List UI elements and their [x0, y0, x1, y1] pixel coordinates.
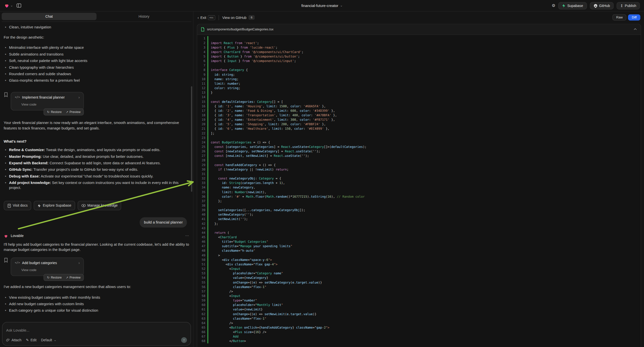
manage-knowledge-button[interactable]: Manage knowledge — [78, 201, 121, 210]
line-number: 29 — [197, 162, 207, 167]
diff-toggle-button[interactable]: Diff — [628, 15, 640, 21]
bookmark-icon[interactable] — [4, 258, 8, 263]
file-path-bar[interactable]: src/components/budget/BudgetCategories.t… — [197, 24, 641, 35]
diff-added-bar — [207, 307, 208, 312]
bookmark-icon[interactable] — [4, 92, 8, 97]
send-button[interactable]: ↑ — [181, 337, 187, 343]
exit-button[interactable]: ‹ Exit esc — [198, 15, 215, 20]
visit-docs-button[interactable]: Visit docs — [4, 201, 31, 210]
caret-down-icon: ⌄ — [10, 4, 13, 7]
line-number: 27 — [197, 154, 207, 158]
code-line: 58 <Input — [197, 294, 641, 298]
supabase-icon — [562, 4, 566, 8]
message-menu-icon[interactable]: ⋯ — [185, 233, 190, 238]
diff-added-bar — [207, 334, 208, 339]
tab-chat[interactable]: Chat — [2, 13, 96, 20]
line-number: 56 — [197, 284, 207, 289]
sidebar-toggle-icon[interactable] — [16, 3, 22, 8]
line-number: 60 — [197, 303, 207, 307]
view-code-link[interactable]: View code — [22, 102, 80, 107]
code-text: type="number" — [210, 298, 641, 303]
line-number: 10 — [197, 77, 207, 81]
edit-mode-button[interactable]: ✎ Edit — [26, 338, 36, 342]
tab-history[interactable]: History — [96, 13, 192, 20]
code-line: 17 { id: '2', name: 'Food & Dining', lim… — [197, 108, 641, 113]
document-icon — [8, 204, 11, 208]
restore-button[interactable]: ↻ Restore — [45, 110, 63, 114]
diff-added-bar — [207, 90, 208, 95]
line-number: 66 — [197, 330, 207, 334]
diff-added-bar — [207, 131, 208, 136]
diff-added-bar — [207, 212, 208, 217]
code-line: 46 title="Budget Categories" — [197, 240, 641, 244]
code-text: } — [210, 90, 641, 95]
code-line: 8interface Category { — [197, 68, 641, 72]
supabase-button[interactable]: Supabase — [558, 2, 587, 9]
line-number: 12 — [197, 86, 207, 90]
chat-scrollbar[interactable] — [191, 86, 192, 192]
project-name: financial-future-creator — [301, 4, 338, 8]
preview-button[interactable]: ↗ Preview — [64, 275, 82, 280]
code-line: 32 const newCategoryObj: Category = { — [197, 176, 641, 181]
code-text: limit: number; — [210, 82, 641, 86]
line-number: 57 — [197, 289, 207, 294]
topbar: ⌄ financial-future-creator ⌄ ⚙ Supabase — [0, 0, 644, 12]
line-number: 50 — [197, 258, 207, 262]
line-number: 20 — [197, 122, 207, 126]
line-number: 30 — [197, 167, 207, 172]
diff-added-bar — [207, 77, 208, 81]
attach-button[interactable]: Attach — [6, 338, 22, 342]
restore-button[interactable]: ↻ Restore — [45, 275, 63, 280]
code-change-card-financial-planner[interactable]: </> Implement financial planner › View c… — [11, 92, 84, 110]
diff-added-bar — [207, 54, 208, 59]
file-path: src/components/budget/BudgetCategories.t… — [207, 28, 274, 31]
model-selector[interactable]: Default ⌄ — [41, 338, 56, 342]
lovable-logo-menu[interactable]: ⌄ — [4, 3, 13, 8]
chevron-left-icon: ‹ — [198, 16, 199, 20]
code-line: 48 className="h-auto" — [197, 248, 641, 253]
diff-added-bar — [207, 230, 208, 235]
settings-gear-icon[interactable]: ⚙ — [552, 3, 556, 8]
code-text: setNewLimit(''); — [210, 217, 641, 221]
github-button[interactable]: GitHub — [590, 2, 614, 9]
code-change-card-budget-categories[interactable]: </> Add budget categories › View code ↻ … — [11, 258, 84, 276]
diff-added-bar — [207, 158, 208, 162]
code-header: ‹ Exit esc View on GitHub 6 Raw Diff — [197, 12, 641, 24]
code-text: /> — [210, 289, 641, 294]
collapse-file-button[interactable] — [633, 28, 637, 31]
chat-input[interactable] — [6, 328, 187, 332]
line-number: 46 — [197, 240, 207, 244]
preview-button[interactable]: ↗ Preview — [64, 110, 82, 114]
diff-added-bar — [207, 176, 208, 181]
raw-toggle-button[interactable]: Raw — [612, 15, 626, 21]
line-number: 19 — [197, 118, 207, 122]
code-line: 24const BudgetCategories = () => { — [197, 140, 641, 144]
line-number: 44 — [197, 230, 207, 235]
view-code-link[interactable]: View code — [22, 267, 80, 272]
code-line: 30 if (!newCategory || !newLimit) return… — [197, 167, 641, 172]
restore-icon: ↻ — [47, 276, 50, 279]
diff-added-bar — [207, 144, 208, 149]
line-number: 49 — [197, 253, 207, 258]
diff-added-bar — [207, 240, 208, 244]
code-text: { id: '2', name: 'Food & Dining', limit:… — [210, 108, 641, 113]
code-viewer: src/components/budget/BudgetCategories.t… — [197, 24, 641, 347]
line-number: 65 — [197, 325, 207, 330]
next-step-item: Debug with Ease: Activate our experiment… — [4, 174, 190, 179]
view-on-github-link[interactable]: View on GitHub 6 — [222, 16, 255, 20]
diff-added-bar — [207, 149, 208, 154]
diff-added-bar — [207, 316, 208, 320]
line-number: 39 — [197, 208, 207, 212]
diff-added-bar — [207, 321, 208, 325]
card-title: Add budget categories — [22, 260, 57, 266]
project-name-dropdown[interactable]: financial-future-creator ⌄ — [301, 4, 342, 8]
code-line: 65 <Button onClick={handleAddCategory} c… — [197, 325, 641, 330]
publish-button[interactable]: ↥ Publish — [616, 2, 640, 9]
ready-paragraph: Your sleek financial planner is now read… — [4, 120, 190, 131]
code-line: 55 onChange={(e) => setNewCategory(e.tar… — [197, 280, 641, 284]
explore-supabase-button[interactable]: Explore Supabase — [34, 201, 75, 210]
diff-added-bar — [207, 294, 208, 298]
code-line: 6import { Input } from '@/components/ui/… — [197, 59, 641, 63]
diff-added-bar — [207, 72, 208, 77]
diff-added-bar — [207, 154, 208, 158]
